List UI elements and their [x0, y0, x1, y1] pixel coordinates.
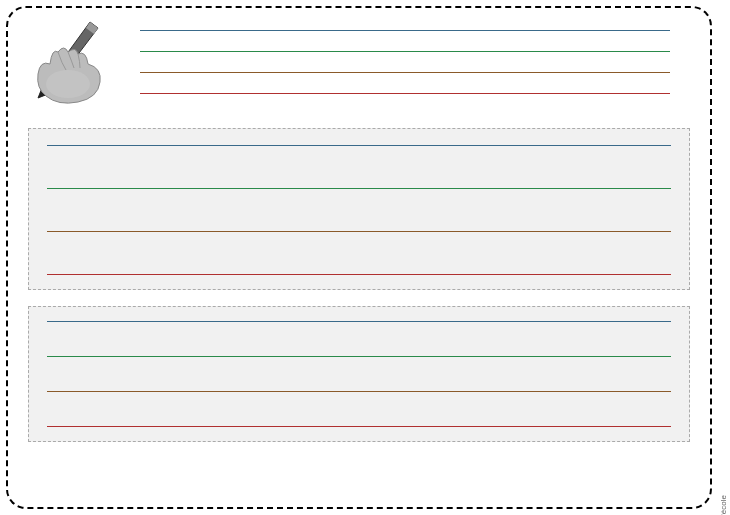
practice-box-2 — [28, 306, 690, 442]
ruled-line — [47, 391, 671, 392]
title-line-3 — [140, 72, 670, 73]
ruled-line — [47, 188, 671, 189]
title-line-2 — [140, 51, 670, 52]
title-line-area — [140, 20, 690, 114]
practice-box-1 — [28, 128, 690, 290]
title-line-1 — [140, 30, 670, 31]
credit-text: TitLine à l'école — [719, 495, 728, 515]
ruled-line — [47, 145, 671, 146]
title-line-4 — [140, 93, 670, 94]
hand-writing-icon — [28, 20, 124, 106]
svg-point-3 — [46, 70, 90, 98]
ruled-line — [47, 274, 671, 275]
page-frame — [6, 6, 712, 509]
header-area — [28, 20, 690, 114]
ruled-line — [47, 231, 671, 232]
ruled-line — [47, 426, 671, 427]
ruled-line — [47, 321, 671, 322]
ruled-line — [47, 356, 671, 357]
